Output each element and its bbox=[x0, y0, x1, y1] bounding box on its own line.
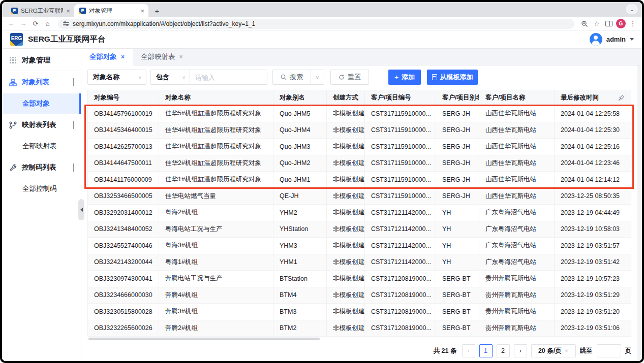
table-row[interactable]: OBJ3230974300041奔腾电站工况与生产BTStation非模板创建C… bbox=[88, 271, 631, 287]
tab-strip-chevron-icon[interactable]: ⌄ bbox=[626, 4, 638, 14]
table-row[interactable]: OBJ3292031400012粤海2#机组YHM2非模板创建CST317121… bbox=[88, 205, 631, 221]
add-button[interactable]: + 添加 bbox=[388, 70, 421, 85]
new-tab-button[interactable]: + bbox=[151, 5, 163, 16]
column-header[interactable]: 创建方式 bbox=[327, 90, 365, 105]
table-cell: OBJ4141176000009 bbox=[88, 172, 159, 188]
table-cell: 2023-12-19 03:51:06 bbox=[555, 320, 631, 337]
sidebar-item-all-objects[interactable]: 全部对象 bbox=[2, 93, 81, 114]
column-header[interactable]: 客户/项目编号 bbox=[365, 90, 436, 105]
table-cell: OBJ3245527400046 bbox=[88, 238, 159, 254]
search-options-caret[interactable]: ∨ bbox=[311, 70, 324, 85]
prev-page-button[interactable]: ‹ bbox=[462, 344, 475, 357]
page-button-1[interactable]: 1 bbox=[479, 344, 493, 357]
table-cell: OBJ3292031400012 bbox=[88, 205, 159, 221]
sidebar-item-mapping-list[interactable]: 映射表列表 bbox=[2, 114, 81, 136]
horizontal-scrollbar[interactable] bbox=[87, 338, 631, 341]
sidebar-item-all-control-codes[interactable]: 全部控制码 bbox=[2, 179, 81, 199]
org-chart-icon bbox=[9, 79, 17, 86]
chrome-profile-avatar[interactable]: G bbox=[616, 19, 626, 28]
table-cell: 非模板创建 bbox=[327, 271, 365, 287]
table-cell: 2023-12-19 03:51:57 bbox=[555, 238, 631, 254]
table-row[interactable]: OBJ4141176000009佳华1#机组缸温超限历程研究对象Quo-JHM1… bbox=[88, 172, 631, 188]
page-button-2[interactable]: 2 bbox=[497, 344, 510, 357]
tab-close-icon[interactable]: × bbox=[121, 53, 125, 60]
page-list: 12 bbox=[479, 344, 510, 357]
table-cell: 2023-12-19 10:57:23 bbox=[555, 271, 631, 287]
add-from-template-button[interactable]: 从模板添加 bbox=[427, 70, 478, 85]
reset-button[interactable]: 重置 bbox=[330, 70, 369, 85]
table-row[interactable]: OBJ3232265600026奔腾2#机组BTM2非模板创建CST317120… bbox=[88, 320, 631, 337]
forward-icon[interactable]: → bbox=[18, 19, 28, 29]
sidebar-item-object-list[interactable]: 对象列表 bbox=[2, 71, 81, 93]
column-header[interactable]: 对象别名 bbox=[273, 90, 327, 105]
tab-close-icon[interactable]: × bbox=[179, 53, 183, 60]
template-doc-icon bbox=[432, 74, 437, 80]
site-settings-icon[interactable] bbox=[63, 21, 69, 26]
sidebar-collapse-handle[interactable] bbox=[78, 199, 84, 220]
username: admin bbox=[606, 36, 626, 43]
column-header[interactable]: 对象编号 bbox=[88, 90, 159, 105]
table-row[interactable]: OBJ3242143200044粤海1#机组YHM1非模板创建CST317121… bbox=[88, 254, 631, 271]
sidebar-item-control-code-list[interactable]: 控制码列表 bbox=[2, 156, 81, 179]
table-cell: 佳华1#机组缸温超限历程研究对象 bbox=[159, 172, 273, 188]
content-panel: 对象名称∨ 包含∨ 搜索 ∨ 重置 bbox=[81, 65, 637, 361]
table-row[interactable]: OBJ3245527400046粤海3#机组YHM3非模板创建CST317121… bbox=[88, 238, 631, 254]
column-header[interactable]: 客户/项目名称 bbox=[479, 90, 555, 105]
chevron-up-icon[interactable] bbox=[73, 79, 74, 86]
tab-close-icon[interactable]: × bbox=[140, 8, 144, 14]
table-row[interactable]: OBJ3241348400052粤海电站工况与生产YHStation非模板创建C… bbox=[88, 221, 631, 238]
side-panel-icon[interactable] bbox=[604, 19, 614, 29]
table-row[interactable]: OBJ4145346400015佳华4#机组缸温超限历程研究对象Quo-JHM4… bbox=[88, 122, 631, 139]
scrollbar-thumb[interactable] bbox=[88, 338, 320, 340]
table-cell: OBJ3230515800028 bbox=[88, 304, 159, 320]
table-cell: 非模板创建 bbox=[327, 122, 365, 139]
browser-tab-2[interactable]: 对象管理 × bbox=[74, 4, 148, 17]
reload-icon[interactable]: ⟳ bbox=[30, 19, 41, 29]
table-cell: 贵州奔腾瓦斯电站 bbox=[479, 304, 555, 320]
next-page-button[interactable]: › bbox=[514, 344, 527, 357]
table-cell: 贵州奔腾瓦斯电站 bbox=[479, 271, 555, 287]
bookmark-star-icon[interactable]: ☆ bbox=[592, 19, 602, 29]
table-row[interactable]: OBJ3253466500005佳华电站燃气当量QE-JH非模板创建CST317… bbox=[88, 188, 631, 205]
workspace-tab-all-objects[interactable]: 全部对象 × bbox=[81, 49, 133, 65]
zoom-icon[interactable] bbox=[579, 19, 590, 29]
pin-icon[interactable] bbox=[618, 94, 625, 101]
field-select[interactable]: 对象名称∨ bbox=[87, 70, 146, 85]
table-cell: SERG-BT bbox=[436, 271, 479, 287]
jump-to-input[interactable] bbox=[597, 344, 621, 357]
column-header[interactable]: 对象名称 bbox=[159, 90, 273, 105]
table-cell: 山西佳华瓦斯电站 bbox=[479, 172, 555, 188]
search-button[interactable]: 搜索 bbox=[272, 70, 311, 85]
column-header[interactable]: 客户/项目别名 bbox=[436, 90, 479, 105]
workspace-tab-all-mappings[interactable]: 全部映射表 × bbox=[133, 49, 191, 65]
table-cell: SERG-JH bbox=[436, 155, 479, 172]
table-cell: OBJ3241348400052 bbox=[88, 221, 159, 238]
table-row[interactable]: OBJ4142625700013佳华3#机组缸温超限历程研究对象Quo-JHM3… bbox=[88, 139, 631, 155]
browser-tab-1[interactable]: SERG工业互联网平台 × bbox=[6, 4, 74, 17]
table-cell: CST317115910000... bbox=[365, 106, 436, 122]
objects-table: 对象编号 对象名称 对象别名 创建方式 客户/项目编号 客户/项目别名 客户/项… bbox=[87, 90, 631, 337]
back-icon[interactable]: ← bbox=[6, 19, 16, 29]
home-icon[interactable]: ⌂ bbox=[43, 19, 53, 29]
sidebar-item-all-mappings[interactable]: 全部映射表 bbox=[2, 136, 81, 156]
table-cell: Quo-JHM1 bbox=[273, 172, 327, 188]
tab-close-icon[interactable]: × bbox=[66, 8, 70, 14]
table-row[interactable]: OBJ4144647500011佳华2#机组缸温超限历程研究对象Quo-JHM2… bbox=[88, 155, 631, 172]
table-header-row: 对象编号 对象名称 对象别名 创建方式 客户/项目编号 客户/项目别名 客户/项… bbox=[88, 90, 631, 106]
browser-menu-icon[interactable]: ⋮ bbox=[628, 19, 638, 29]
user-menu-caret-icon[interactable] bbox=[630, 38, 634, 41]
operator-select[interactable]: 包含∨ bbox=[150, 70, 190, 85]
refresh-icon bbox=[339, 74, 345, 80]
user-avatar[interactable] bbox=[590, 33, 602, 46]
page-size-select[interactable]: 20 条/页∨ bbox=[531, 344, 576, 357]
table-row[interactable]: OBJ4145796100019佳华5#机组缸温超限历程研究对象Quo-JHM5… bbox=[88, 106, 631, 122]
table-cell: 非模板创建 bbox=[327, 320, 365, 337]
table-row[interactable]: OBJ3230515800028奔腾3#机组BTM3非模板创建CST317120… bbox=[88, 304, 631, 320]
chevron-up-icon[interactable] bbox=[73, 121, 74, 129]
table-row[interactable]: OBJ3234666000030奔腾4#机组BTM4非模板创建CST317120… bbox=[88, 287, 631, 304]
table-cell: 山西佳华瓦斯电站 bbox=[479, 106, 555, 122]
chevron-up-icon[interactable] bbox=[73, 164, 74, 172]
url-bar[interactable]: serg.mixyun.com/mixapplication/#/object/… bbox=[58, 19, 574, 29]
column-header-last-modified[interactable]: 最后修改时间 bbox=[555, 90, 631, 105]
filter-value-input[interactable] bbox=[190, 70, 267, 85]
